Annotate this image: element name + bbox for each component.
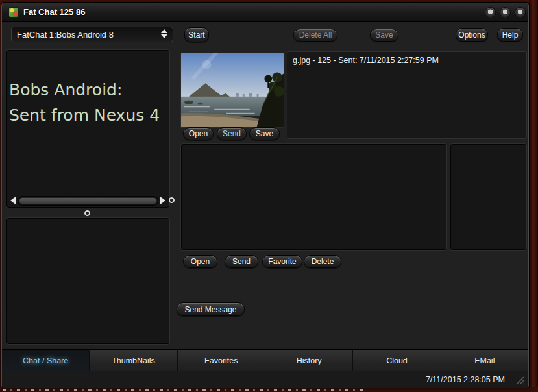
open-button[interactable]: Open [183,255,217,268]
chat-line-1: Bobs Android: [9,77,169,103]
scroll-right-icon[interactable] [160,197,165,204]
spin-down-icon[interactable] [161,34,167,38]
thumb-open-button[interactable]: Open [183,127,214,140]
thumb-save-button[interactable]: Save [249,127,280,140]
maximize-button[interactable] [500,7,511,18]
session-select[interactable]: FatChat 1:Bobs Android 8 [11,27,173,42]
tab-email[interactable]: EMail [441,350,528,371]
spinner-arrows-icon[interactable] [161,29,167,38]
save-all-button[interactable]: Save [370,29,398,42]
chat-line-2: Sent from Nexus 4 [9,103,169,128]
spin-up-icon[interactable] [161,29,167,33]
vertical-splitter-grip[interactable] [169,197,175,203]
send-message-button[interactable]: Send Message [177,302,245,316]
file-list-panel[interactable] [180,143,447,251]
options-button[interactable]: Options [456,28,488,42]
app-window: Fat Chat 125 86 FatChat 1:Bobs Android 8… [1,3,529,387]
file-preview-panel[interactable] [450,143,527,251]
message-info-text: g.jpg - 125 - Sent: 7/11/2015 2:27:59 PM [293,56,439,65]
status-bar: 7/11/2015 2:28:05 PM [2,371,528,388]
beach-photo-image [181,53,284,127]
tab-bar: Chat / Share ThumbNails Favorites Histor… [2,349,528,371]
help-button[interactable]: Help [497,28,523,42]
delete-button[interactable]: Delete [304,255,341,268]
favorite-button[interactable]: Favorite [262,255,302,268]
minimize-button[interactable] [485,7,496,18]
scrollbar-thumb[interactable] [19,197,157,204]
tab-cloud[interactable]: Cloud [353,350,441,371]
session-select-value: FatChat 1:Bobs Android 8 [17,30,114,40]
window-title: Fat Chat 125 86 [23,7,85,17]
desktop-edge-right [529,0,538,392]
thumb-send-button[interactable]: Send [217,127,247,140]
chat-display-panel: Bobs Android: Sent from Nexus 4 [6,49,170,208]
close-button[interactable] [515,7,526,18]
chat-horizontal-scrollbar[interactable] [8,195,167,206]
tab-favorites[interactable]: Favorites [178,350,265,371]
scroll-left-icon[interactable] [10,197,16,204]
message-info-panel: g.jpg - 125 - Sent: 7/11/2015 2:27:59 PM [287,51,527,139]
window-controls [485,7,526,18]
beach-photo-thumbnail[interactable] [180,53,284,128]
chat-message-text: Bobs Android: Sent from Nexus 4 [9,77,169,128]
horizontal-splitter-grip[interactable] [84,210,90,216]
desktop: { "window": { "title": "Fat Chat 125 86"… [0,0,538,392]
send-button[interactable]: Send [225,255,258,268]
start-button[interactable]: Start [184,27,209,42]
scrollbar-track[interactable] [18,196,158,206]
desktop-taskbar-sliver [3,389,366,391]
title-bar[interactable]: Fat Chat 125 86 [2,3,528,22]
tab-chat-share[interactable]: Chat / Share [2,350,90,371]
chat-input-panel[interactable] [6,217,170,345]
status-timestamp: 7/11/2015 2:28:05 PM [426,375,505,384]
delete-all-button[interactable]: Delete All [293,29,337,42]
resize-grip-icon[interactable] [516,376,524,385]
app-icon [8,7,19,18]
tab-history[interactable]: History [265,350,353,371]
tab-thumbnails[interactable]: ThumbNails [90,350,177,371]
